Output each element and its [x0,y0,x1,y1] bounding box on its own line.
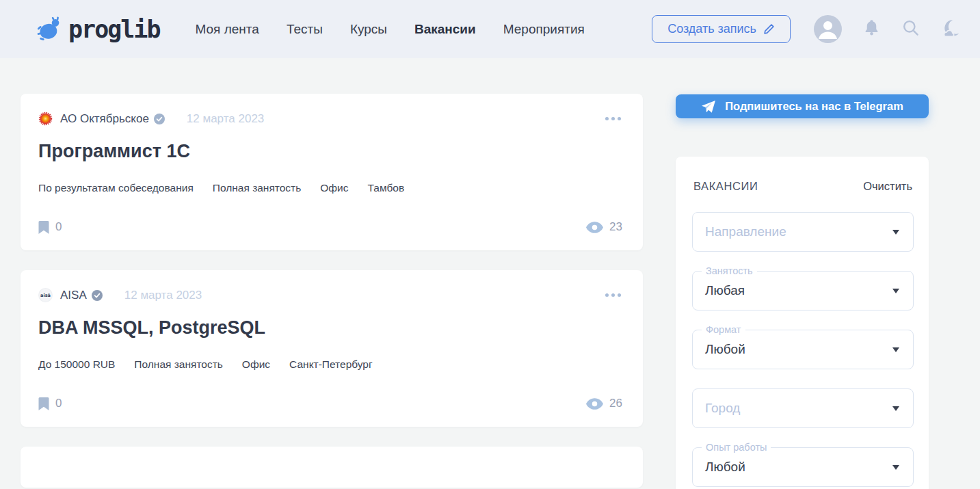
company-name[interactable]: AISA [60,289,87,302]
filter-select-format[interactable]: Формат Любой [692,330,914,369]
tag-row: По результатам собеседования Полная заня… [38,182,622,194]
svg-text:aisā: aisā [40,293,51,298]
filter-select-employment[interactable]: Занятость Любая [692,271,914,310]
avatar[interactable] [814,15,842,43]
vacancy-card[interactable]: aisā AISA 12 марта 2023 DBA MSSQL, Postg… [21,270,643,427]
filter-select-city[interactable]: Город [692,388,914,428]
company-name[interactable]: АО Октябрьское [60,112,149,126]
views-count: 23 [609,220,622,234]
telegram-button-label: Подпишитесь на нас в Telegram [725,100,903,113]
tag-row: До 150000 RUB Полная занятость Офис Санк… [38,358,622,371]
telegram-subscribe-button[interactable]: Подпишитесь на нас в Telegram [676,94,929,118]
create-post-button[interactable]: Создать запись [652,15,791,43]
chevron-down-icon [892,465,899,470]
nav-my-feed[interactable]: Моя лента [196,22,259,37]
bookmark-count: 0 [55,220,62,234]
filter-select-direction[interactable]: Направление [692,212,914,252]
select-value: Любой [705,460,745,475]
card-menu-button[interactable] [604,289,622,301]
filter-select-experience[interactable]: Опыт работы Любой [692,447,914,487]
dark-mode-moon-icon[interactable] [940,18,961,41]
nav-vacancies[interactable]: Вакансии [414,22,476,37]
top-navigation-bar: proglib Моя лента Тесты Курсы Вакансии М… [0,0,980,58]
tag-employment: Полная занятость [134,358,223,371]
bookmark-button[interactable]: 0 [38,220,62,234]
vacancies-filter-panel: ВАКАНСИИ Очистить Направление Занятость … [676,157,929,489]
tag-city: Санкт-Петербург [289,358,373,371]
tag-format: Офис [242,358,270,371]
page-content: АО Октябрьское 12 марта 2023 Программист… [0,58,980,489]
bug-logo-icon [36,16,63,43]
select-label: Занятость [702,265,757,276]
select-placeholder: Город [705,401,740,416]
tag-salary: До 150000 RUB [38,358,115,371]
bookmark-button[interactable]: 0 [38,397,62,410]
nav-tests[interactable]: Тесты [287,22,323,37]
vacancy-title[interactable]: DBA MSSQL, PostgreSQL [38,317,622,339]
eye-icon [586,398,603,410]
card-menu-button[interactable] [604,113,622,124]
vacancy-card[interactable]: АО Октябрьское 12 марта 2023 Программист… [21,94,643,250]
tag-salary: По результатам собеседования [38,182,194,194]
notifications-bell-icon[interactable] [862,18,881,40]
nav-events[interactable]: Мероприятия [503,22,585,37]
card-footer: 0 26 [38,397,622,410]
nav-courses[interactable]: Курсы [350,22,387,37]
create-post-label: Создать запись [667,22,756,36]
header-actions: Создать запись [652,15,961,43]
main-nav: Моя лента Тесты Курсы Вакансии Мероприят… [196,22,585,37]
sidebar: Подпишитесь на нас в Telegram ВАКАНСИИ О… [676,94,929,489]
card-header: aisā AISA 12 марта 2023 [38,288,622,302]
filter-panel-title: ВАКАНСИИ [693,180,758,193]
vacancy-feed: АО Октябрьское 12 марта 2023 Программист… [21,94,643,488]
verified-badge-icon [92,290,103,301]
select-label: Формат [702,324,745,335]
search-icon[interactable] [901,18,920,40]
bookmark-count: 0 [55,397,62,410]
views-counter: 26 [586,397,622,410]
vacancy-card-partial[interactable] [21,447,643,488]
chevron-down-icon [892,347,899,352]
tag-employment: Полная занятость [213,182,302,194]
tag-format: Офис [320,182,348,194]
company-logo-aisa: aisā [38,288,53,302]
bookmark-icon [38,397,49,410]
card-header: АО Октябрьское 12 марта 2023 [38,111,622,126]
vacancy-title[interactable]: Программист 1С [38,141,622,162]
chevron-down-icon [892,230,899,235]
pencil-icon [763,23,775,35]
select-placeholder: Направление [705,224,786,239]
tag-city: Тамбов [368,182,405,194]
views-counter: 23 [586,220,622,234]
proglib-logo[interactable]: proglib [36,16,160,43]
eye-icon [586,222,603,233]
publish-date: 12 марта 2023 [124,289,202,302]
publish-date: 12 марта 2023 [187,112,264,126]
select-value: Любая [705,283,745,298]
verified-badge-icon [154,114,165,124]
company-logo-oktyabrskoe [38,111,53,126]
filter-panel-header: ВАКАНСИИ Очистить [692,174,914,193]
telegram-plane-icon [701,100,716,114]
chevron-down-icon [892,406,899,411]
views-count: 26 [609,397,622,410]
select-value: Любой [705,342,745,357]
logo-wordmark: proglib [68,16,160,43]
chevron-down-icon [892,289,899,293]
clear-filters-button[interactable]: Очистить [863,180,912,193]
card-footer: 0 23 [38,220,622,234]
bookmark-icon [38,221,49,234]
select-label: Опыт работы [702,442,771,453]
